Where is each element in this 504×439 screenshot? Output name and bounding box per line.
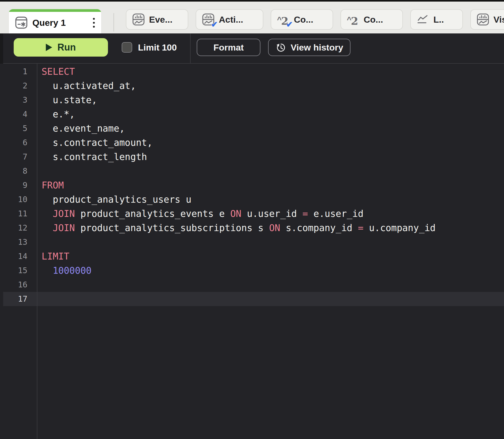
view-history-button[interactable]: View history bbox=[268, 39, 350, 56]
line-number: 3 bbox=[0, 93, 27, 107]
tab-line-chart[interactable]: L.. bbox=[410, 9, 463, 30]
line-number: 4 bbox=[0, 107, 27, 121]
chart-cell-icon bbox=[477, 13, 489, 26]
code-line-12[interactable]: 12 JOIN product_analytics_subscriptions … bbox=[0, 221, 504, 235]
code-text: u.state, bbox=[42, 93, 97, 107]
line-number: 7 bbox=[0, 150, 27, 164]
line-number: 17 bbox=[0, 292, 27, 306]
code-text: FROM bbox=[42, 178, 64, 192]
code-line-6[interactable]: 6 s.contract_amount, bbox=[0, 136, 504, 150]
number-cell-icon: ^2 bbox=[347, 13, 359, 26]
tab-label: L.. bbox=[433, 14, 444, 25]
line-number: 10 bbox=[0, 192, 27, 207]
code-lines: 1SELECT2 u.activated_at,3 u.state,4 e.*,… bbox=[0, 64, 504, 306]
code-text: SELECT bbox=[42, 64, 75, 79]
chart-cell-icon: ✔ bbox=[202, 13, 215, 26]
code-text: JOIN product_analytics_events e ON u.use… bbox=[42, 207, 363, 221]
tab-events[interactable]: Eve... bbox=[126, 9, 188, 30]
number-cell-icon: ^2 ✔ bbox=[277, 13, 290, 26]
tab-activation[interactable]: ✔ Acti... bbox=[196, 9, 263, 30]
line-number: 6 bbox=[0, 136, 27, 150]
query-toolbar: Run Limit 100 Format View history bbox=[0, 33, 504, 64]
code-line-15[interactable]: 15 1000000 bbox=[0, 263, 504, 278]
checkmark-badge-icon: ✔ bbox=[286, 21, 293, 28]
sql-editor[interactable]: 1SELECT2 u.activated_at,3 u.state,4 e.*,… bbox=[0, 64, 504, 439]
limit-checkbox[interactable] bbox=[122, 42, 132, 53]
code-text: LIMIT bbox=[42, 249, 69, 263]
line-number: 8 bbox=[0, 164, 27, 178]
code-line-3[interactable]: 3 u.state, bbox=[0, 93, 504, 107]
tab-visualization[interactable]: Vis... bbox=[470, 9, 504, 30]
code-line-7[interactable]: 7 s.contract_length bbox=[0, 150, 504, 164]
query-cell-icon bbox=[15, 16, 28, 29]
tab-label: Query 1 bbox=[32, 18, 92, 28]
line-number: 2 bbox=[0, 79, 27, 93]
tab-label: Acti... bbox=[219, 14, 243, 25]
line-number: 16 bbox=[0, 278, 27, 292]
gutter-divider bbox=[37, 64, 37, 439]
line-number: 1 bbox=[0, 64, 27, 79]
line-number: 5 bbox=[0, 121, 27, 136]
line-number: 14 bbox=[0, 249, 27, 263]
tab-separator bbox=[113, 13, 114, 32]
code-line-10[interactable]: 10 product_analytics_users u bbox=[0, 192, 504, 207]
code-line-13[interactable]: 13 bbox=[0, 235, 504, 249]
code-line-9[interactable]: 9FROM bbox=[0, 178, 504, 192]
tab-menu-kebab-icon[interactable] bbox=[92, 18, 95, 28]
line-number: 11 bbox=[0, 207, 27, 221]
checkmark-badge-icon: ✔ bbox=[211, 21, 218, 28]
code-text: s.contract_length bbox=[42, 150, 147, 164]
code-line-2[interactable]: 2 u.activated_at, bbox=[0, 79, 504, 93]
line-number: 12 bbox=[0, 221, 27, 235]
format-button[interactable]: Format bbox=[197, 39, 260, 56]
tab-bar: Query 1 Eve... bbox=[0, 2, 504, 33]
code-text: JOIN product_analytics_subscriptions s O… bbox=[42, 221, 436, 235]
chart-cell-icon bbox=[132, 13, 145, 26]
code-line-17[interactable]: 17 bbox=[3, 292, 504, 306]
line-number: 13 bbox=[0, 235, 27, 249]
code-line-11[interactable]: 11 JOIN product_analytics_events e ON u.… bbox=[0, 207, 504, 221]
history-icon bbox=[275, 42, 286, 53]
run-button[interactable]: Run bbox=[14, 38, 108, 57]
code-line-4[interactable]: 4 e.*, bbox=[0, 107, 504, 121]
line-number: 9 bbox=[0, 178, 27, 192]
code-line-14[interactable]: 14LIMIT bbox=[0, 249, 504, 263]
tab-label: Vis... bbox=[493, 14, 504, 25]
tab-query-1[interactable]: Query 1 bbox=[9, 9, 101, 33]
code-text: e.*, bbox=[42, 107, 75, 121]
line-chart-icon bbox=[417, 13, 429, 26]
limit-toggle[interactable]: Limit 100 bbox=[122, 38, 177, 57]
toolbar-divider bbox=[190, 33, 191, 63]
code-line-16[interactable]: 16 bbox=[0, 278, 504, 292]
code-line-8[interactable]: 8 bbox=[0, 164, 504, 178]
code-text: 1000000 bbox=[42, 263, 92, 278]
play-icon bbox=[46, 44, 52, 51]
limit-label: Limit 100 bbox=[138, 42, 177, 53]
tab-label: Eve... bbox=[149, 14, 172, 25]
tab-conversion-1[interactable]: ^2 ✔ Co... bbox=[271, 9, 333, 30]
line-number: 15 bbox=[0, 263, 27, 278]
code-text: e.event_name, bbox=[42, 121, 125, 136]
code-line-1[interactable]: 1SELECT bbox=[0, 64, 504, 79]
tab-label: Co... bbox=[294, 14, 313, 25]
active-tab-accent-bar bbox=[9, 9, 101, 12]
code-text: u.activated_at, bbox=[42, 79, 136, 93]
tab-label: Co... bbox=[364, 14, 383, 25]
code-line-5[interactable]: 5 e.event_name, bbox=[0, 121, 504, 136]
code-text: product_analytics_users u bbox=[42, 192, 191, 207]
code-text: s.contract_amount, bbox=[42, 136, 152, 150]
tab-conversion-2[interactable]: ^2 Co... bbox=[340, 9, 403, 30]
